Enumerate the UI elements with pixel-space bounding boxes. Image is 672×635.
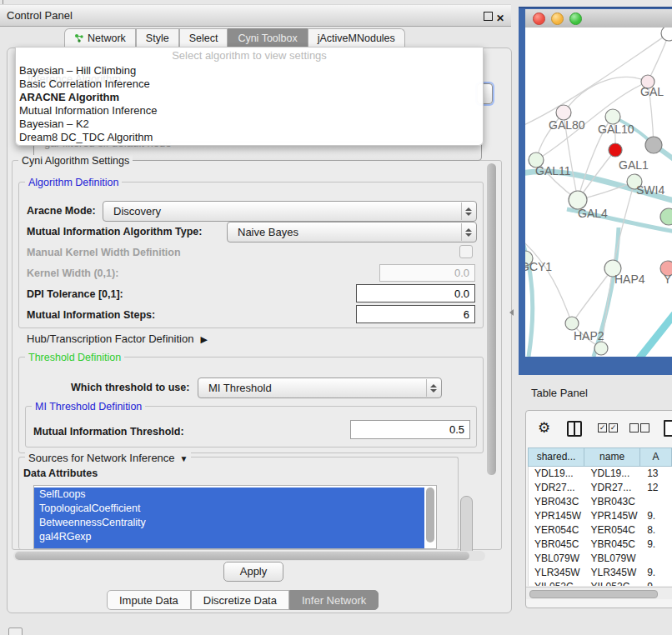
table-hscrollbar[interactable] xyxy=(526,587,672,599)
stepper-icon[interactable] xyxy=(461,202,475,220)
chevron-right-icon[interactable]: ▶ xyxy=(200,334,207,345)
network-node-hap2[interactable] xyxy=(565,317,579,330)
network-canvas[interactable]: GALGAL80GAL10GAL1GAL11SWI4GAL4GCY1HAP4YH… xyxy=(525,28,672,357)
table-cell[interactable]: 9. xyxy=(641,580,672,586)
table-column-header[interactable]: name xyxy=(584,448,640,466)
splitter-collapse-icon[interactable] xyxy=(509,309,514,316)
deselect-all-checkbox-icon[interactable] xyxy=(640,423,649,432)
table-column-header[interactable]: shared... xyxy=(529,448,584,466)
mi-type-combobox[interactable]: Naive Bayes xyxy=(227,222,477,242)
table-cell[interactable]: 8. xyxy=(641,523,672,538)
table-row[interactable]: YBR045CYBR045C9. xyxy=(529,538,672,552)
inner-scrollbar-thumb[interactable] xyxy=(460,496,473,558)
table-hscrollbar-thumb[interactable] xyxy=(529,590,658,598)
table-cell[interactable]: YLR345W xyxy=(585,566,642,580)
stepper-icon[interactable] xyxy=(461,223,475,241)
table-row[interactable]: YDL19...YDL19...13 xyxy=(529,467,672,481)
table-row[interactable]: YBR043CYBR043C xyxy=(529,495,672,509)
attribute-list-item[interactable]: SelfLoops xyxy=(34,488,424,502)
table-cell[interactable]: YER054C xyxy=(585,523,642,538)
mi-threshold-field[interactable] xyxy=(350,420,470,439)
network-node-green-right[interactable] xyxy=(660,208,672,225)
attribute-list-item[interactable]: TopologicalCoefficient xyxy=(34,502,424,516)
new-table-icon[interactable] xyxy=(664,420,672,437)
chevron-down-icon[interactable]: ▼ xyxy=(180,454,188,463)
algorithm-option[interactable]: Bayesian – K2 xyxy=(16,118,483,131)
table-cell[interactable]: YPR145W xyxy=(529,509,585,523)
table-cell[interactable]: YBR043C xyxy=(585,495,642,509)
columns-icon[interactable] xyxy=(567,421,582,437)
tab-network[interactable]: Network xyxy=(64,28,136,48)
network-window-titlebar[interactable] xyxy=(525,9,672,28)
select-all-checkbox-icon[interactable]: ✓ xyxy=(598,423,607,432)
deselect-all-checkbox-icon[interactable] xyxy=(629,423,639,432)
table-cell[interactable] xyxy=(641,552,672,566)
table-cell[interactable]: YER054C xyxy=(529,523,585,538)
minimized-panel-icon[interactable] xyxy=(8,628,23,635)
network-node-top-partial[interactable] xyxy=(661,28,672,41)
select-all-checkbox-icon[interactable]: ✓ xyxy=(609,423,618,432)
table-cell[interactable]: YBL079W xyxy=(529,552,585,566)
tab-infer-network[interactable]: Infer Network xyxy=(289,590,379,610)
gear-icon[interactable]: ⚙ xyxy=(538,418,550,439)
network-node-red-node[interactable] xyxy=(609,143,622,157)
table-row[interactable]: YIL052CYIL052C9. xyxy=(529,580,672,586)
list-scrollbar-thumb[interactable] xyxy=(426,488,434,542)
table-cell[interactable]: 9. xyxy=(641,538,672,552)
minimize-traffic-light-icon[interactable] xyxy=(551,12,564,25)
settings-hscrollbar[interactable] xyxy=(13,551,485,561)
tab-impute-data[interactable]: Impute Data xyxy=(107,590,191,610)
table-cell[interactable]: YLR345W xyxy=(529,566,585,580)
tab-discretize-data[interactable]: Discretize Data xyxy=(191,590,289,610)
table-row[interactable]: YBL079WYBL079W xyxy=(529,552,672,566)
data-attributes-list[interactable]: SelfLoopsTopologicalCoefficientBetweenne… xyxy=(33,485,437,549)
dpi-tolerance-field[interactable] xyxy=(356,284,475,302)
algorithm-option[interactable]: Mutual Information Inference xyxy=(16,104,483,118)
aracne-mode-combobox[interactable]: Discovery xyxy=(103,201,477,222)
algorithm-option[interactable]: ARACNE Algorithm xyxy=(16,91,483,104)
network-node-gray-node[interactable] xyxy=(645,137,662,153)
table-cell[interactable]: YDR27... xyxy=(529,481,585,495)
table-cell[interactable]: YDL19... xyxy=(585,467,642,481)
table-row[interactable]: YPR145WYPR145W9. xyxy=(529,509,672,523)
tab-style[interactable]: Style xyxy=(136,28,179,48)
table-row[interactable]: YLR345WYLR345W9. xyxy=(529,566,672,580)
table-cell[interactable]: YBL079W xyxy=(585,552,642,566)
close-icon[interactable]: ✕ xyxy=(496,8,504,29)
table-cell[interactable]: 13 xyxy=(641,467,672,481)
table-cell[interactable]: 9. xyxy=(641,566,672,580)
table-cell[interactable]: YBR045C xyxy=(529,538,585,552)
apply-button[interactable]: Apply xyxy=(223,562,283,582)
mi-steps-field[interactable] xyxy=(356,305,475,323)
attribute-list-item[interactable]: BetweennessCentrality xyxy=(34,516,424,530)
zoom-traffic-light-icon[interactable] xyxy=(569,12,582,25)
attribute-list-item[interactable]: gal4RGexp xyxy=(34,530,424,544)
table-cell[interactable]: YIL052C xyxy=(529,580,585,586)
table-cell[interactable]: YDL19... xyxy=(529,467,585,481)
table-cell[interactable]: YBR045C xyxy=(585,538,642,552)
close-traffic-light-icon[interactable] xyxy=(533,12,545,25)
float-icon[interactable] xyxy=(484,12,493,21)
tab-jactivemnodules[interactable]: jActiveMNodules xyxy=(308,28,405,48)
table-cell[interactable]: YDR27... xyxy=(585,481,642,495)
algorithm-option[interactable]: Dream8 DC_TDC Algorithm xyxy=(16,131,483,144)
table-cell[interactable] xyxy=(641,495,672,509)
tab-cyni-toolbox[interactable]: Cyni Toolbox xyxy=(228,28,307,48)
sources-toggle[interactable]: Sources for Network Inference▼ xyxy=(25,452,191,464)
which-threshold-combobox[interactable]: MI Threshold xyxy=(198,378,442,398)
attribute-list-item[interactable] xyxy=(34,544,424,549)
table-row[interactable]: YER054CYER054C8. xyxy=(529,523,672,538)
table-cell[interactable]: 9. xyxy=(641,509,672,523)
settings-hscrollbar-thumb[interactable] xyxy=(15,552,469,560)
hub-definition-toggle[interactable]: Hub/Transcription Factor Definition▶ xyxy=(27,332,208,345)
table-cell[interactable]: YBR043C xyxy=(529,495,585,509)
settings-scrollbar-thumb[interactable] xyxy=(487,163,496,475)
table-column-header[interactable]: A xyxy=(640,448,672,466)
stepper-icon[interactable] xyxy=(426,379,440,397)
table-cell[interactable]: YPR145W xyxy=(585,509,642,523)
table-cell[interactable]: 12 xyxy=(641,481,672,495)
table-cell[interactable]: YIL052C xyxy=(585,580,642,586)
network-edge[interactable] xyxy=(639,302,672,357)
tab-select[interactable]: Select xyxy=(179,28,228,48)
network-node-bottom-node[interactable] xyxy=(594,342,608,355)
